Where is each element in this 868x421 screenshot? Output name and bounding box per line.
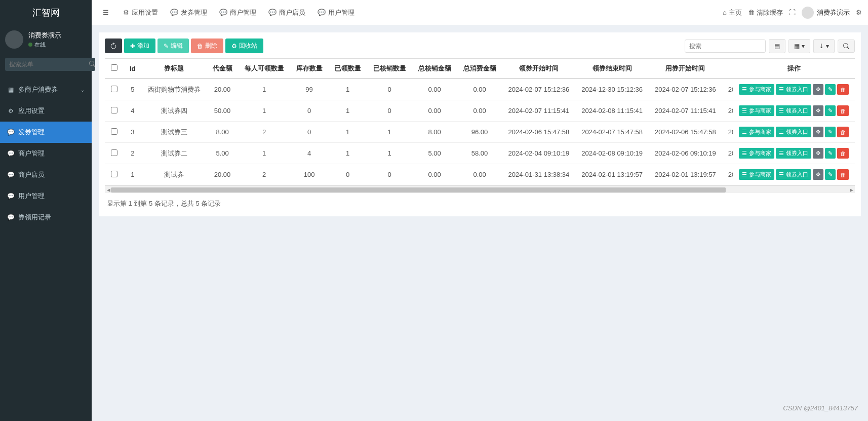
sidebar-item-coupon-group[interactable]: ▦多商户消费券⌄	[0, 79, 92, 100]
header-user[interactable]: 消费券演示	[802, 7, 850, 19]
cell-use-start: 2024-02-06 09:10:19	[649, 143, 722, 164]
row-delete-button[interactable]: 🗑	[837, 84, 849, 95]
cell-use-start: 2024-02-07 11:15:41	[649, 100, 722, 122]
row-delete-button[interactable]: 🗑	[837, 148, 849, 159]
tab-user-manage[interactable]: 💬用户管理	[312, 5, 360, 20]
row-delete-button[interactable]: 🗑	[837, 127, 849, 137]
cell-use-start: 2024-02-06 15:47:58	[649, 122, 722, 143]
row-checkbox[interactable]	[111, 107, 117, 113]
trash-icon: 🗑	[840, 108, 846, 114]
row-drag-button[interactable]: ✥	[813, 84, 823, 95]
sidebar-search	[0, 54, 92, 75]
cogs-icon: ⚙	[856, 9, 862, 16]
merchants-button[interactable]: ☰ 参与商家	[739, 84, 774, 95]
merchants-button[interactable]: ☰ 参与商家	[739, 169, 774, 180]
merchants-button[interactable]: ☰ 参与商家	[739, 105, 774, 116]
pagination-info: 显示第 1 到第 5 条记录，总共 5 条记录	[105, 193, 855, 210]
entry-button[interactable]: ☰ 领券入口	[776, 127, 811, 137]
edit-button[interactable]: ✎编辑	[157, 39, 189, 53]
entry-button[interactable]: ☰ 领券入口	[776, 105, 811, 116]
sidebar-item-app-settings[interactable]: ⚙应用设置	[0, 100, 92, 122]
user-status: 在线	[28, 41, 61, 49]
cell-recv-start: 2024-01-31 13:38:34	[502, 164, 576, 185]
row-checkbox[interactable]	[111, 128, 117, 135]
merchants-button[interactable]: ☰ 参与商家	[739, 148, 774, 159]
trash-icon: 🗑	[748, 9, 755, 16]
col-verified[interactable]: 已核销数量	[367, 59, 412, 79]
logo: 汇智网	[0, 0, 92, 25]
cell-received: 1	[329, 79, 367, 100]
col-stock[interactable]: 库存数量	[290, 59, 329, 79]
cell-stock: 4	[290, 143, 329, 164]
comment-icon: 💬	[7, 150, 14, 157]
row-edit-button[interactable]: ✎	[825, 105, 836, 116]
sidebar-item-user-manage[interactable]: 💬用户管理	[0, 185, 92, 207]
refresh-button[interactable]	[105, 39, 122, 53]
col-consume-amount[interactable]: 总消费金额	[457, 59, 502, 79]
merchants-button[interactable]: ☰ 参与商家	[739, 127, 774, 137]
export-button[interactable]: ⤓ ▾	[813, 39, 835, 53]
entry-button[interactable]: ☰ 领券入口	[776, 148, 811, 159]
delete-button[interactable]: 🗑删除	[191, 39, 223, 53]
list-icon: ☰	[742, 107, 747, 114]
recycle-button[interactable]: ♻回收站	[225, 39, 263, 53]
entry-button[interactable]: ☰ 领券入口	[776, 169, 811, 180]
table-search-input[interactable]	[685, 40, 766, 53]
col-use-start[interactable]: 用券开始时间	[649, 59, 722, 79]
col-title[interactable]: 券标题	[142, 59, 207, 79]
tab-coupon-manage[interactable]: 💬发券管理	[165, 5, 212, 20]
tab-merchant-staff[interactable]: 💬商户店员	[263, 5, 310, 20]
row-edit-button[interactable]: ✎	[825, 84, 836, 95]
row-checkbox[interactable]	[111, 86, 117, 92]
tab-app-settings[interactable]: ⚙应用设置	[118, 5, 163, 20]
tab-merchant-manage[interactable]: 💬商户管理	[214, 5, 261, 20]
col-received[interactable]: 已领数量	[329, 59, 367, 79]
horizontal-scrollbar[interactable]: ◀ ▶	[105, 186, 855, 193]
fullscreen-button[interactable]: ⛶	[789, 9, 796, 16]
col-recv-start[interactable]: 领券开始时间	[502, 59, 576, 79]
cell-verify-amount: 0.00	[412, 79, 457, 100]
col-amount[interactable]: 代金额	[207, 59, 239, 79]
row-delete-button[interactable]: 🗑	[837, 169, 849, 180]
sidebar-item-coupon-records[interactable]: 💬券领用记录	[0, 207, 92, 228]
cell-recv-end: 2024-02-08 11:15:41	[575, 100, 649, 122]
select-all-checkbox[interactable]	[111, 64, 117, 71]
row-edit-button[interactable]: ✎	[825, 148, 836, 159]
row-drag-button[interactable]: ✥	[813, 169, 823, 180]
header-tabs: ⚙应用设置 💬发券管理 💬商户管理 💬商户店员 💬用户管理	[118, 5, 360, 20]
sidebar-item-merchant-manage[interactable]: 💬商户管理	[0, 143, 92, 164]
row-drag-button[interactable]: ✥	[813, 105, 823, 116]
sidebar-item-merchant-staff[interactable]: 💬商户店员	[0, 164, 92, 185]
home-link[interactable]: ⌂主页	[723, 8, 742, 17]
col-id[interactable]: Id	[124, 59, 142, 79]
col-per-person[interactable]: 每人可领数量	[239, 59, 290, 79]
columns-button[interactable]: ▦ ▾	[788, 39, 810, 53]
col-recv-end[interactable]: 领券结束时间	[575, 59, 649, 79]
scrollbar-thumb[interactable]	[111, 187, 726, 193]
row-delete-button[interactable]: 🗑	[837, 105, 849, 116]
move-icon: ✥	[816, 107, 820, 114]
add-button[interactable]: ✚添加	[124, 39, 155, 53]
cell-consume-amount: 96.00	[457, 122, 502, 143]
list-icon: ▤	[774, 43, 780, 50]
scroll-right-icon[interactable]: ▶	[848, 186, 855, 194]
row-edit-button[interactable]: ✎	[825, 127, 836, 137]
row-checkbox[interactable]	[111, 149, 117, 156]
row-drag-button[interactable]: ✥	[813, 148, 823, 159]
cell-title: 测试券三	[142, 122, 207, 143]
row-checkbox[interactable]	[111, 171, 117, 177]
settings-button[interactable]: ⚙	[856, 9, 862, 16]
toggle-view-button[interactable]: ▤	[769, 39, 785, 53]
pencil-icon: ✎	[828, 86, 833, 93]
table-row: 4 测试券四 50.00 1 0 1 0 0.00 0.00 2024-02-0…	[105, 100, 855, 122]
common-search-button[interactable]	[838, 40, 855, 53]
sidebar-item-coupon-manage[interactable]: 💬发券管理	[0, 122, 92, 143]
pencil-icon: ✎	[828, 150, 833, 157]
entry-button[interactable]: ☰ 领券入口	[776, 84, 811, 95]
clear-cache-link[interactable]: 🗑清除缓存	[748, 8, 783, 17]
row-edit-button[interactable]: ✎	[825, 169, 836, 180]
sidebar-search-input[interactable]	[5, 58, 89, 71]
col-verify-amount[interactable]: 总核销金额	[412, 59, 457, 79]
sidebar-toggle-button[interactable]: ☰	[98, 6, 114, 19]
row-drag-button[interactable]: ✥	[813, 127, 823, 137]
